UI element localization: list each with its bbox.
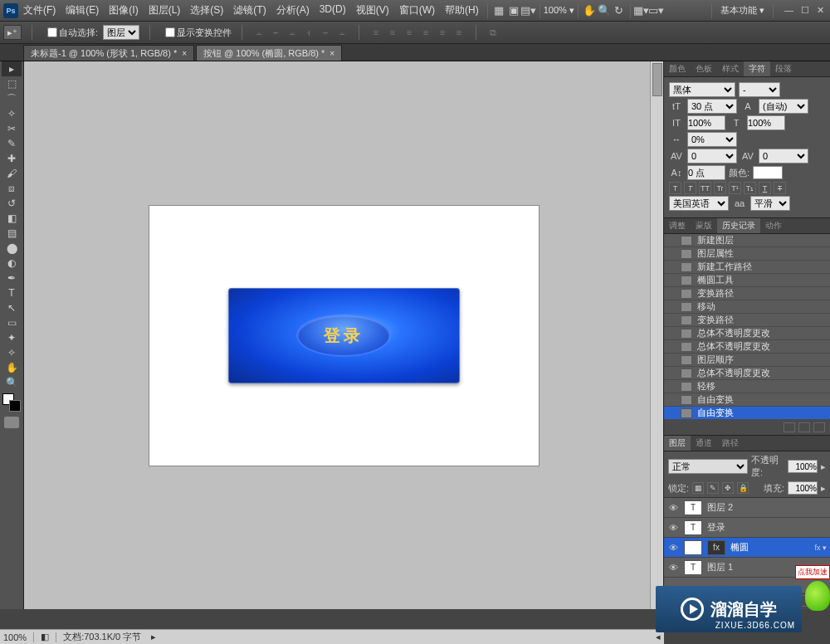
gradient-tool[interactable]: ▤ (2, 226, 22, 241)
workspace-switch[interactable]: 基本功能 ▾ (720, 4, 764, 17)
history-list[interactable]: 新建图层图层属性新建工作路径椭圆工具变换路径移动变换路径总体不透明度更改总体不透… (664, 234, 830, 420)
tab-paragraph[interactable]: 段落 (770, 61, 797, 76)
new-snapshot-icon[interactable] (784, 422, 795, 432)
show-transform-controls[interactable]: 显示变换控件 (165, 27, 232, 39)
status-zoom[interactable]: 100% (3, 632, 27, 642)
fill-input[interactable] (788, 481, 818, 495)
history-item[interactable]: 新建图层 (664, 234, 830, 247)
font-size[interactable]: 30 点 (687, 99, 737, 114)
move-tool[interactable]: ▸ (2, 61, 22, 76)
eyedropper-tool[interactable]: ✎ (2, 136, 22, 151)
layer-row[interactable]: 👁T登录 (664, 518, 830, 538)
layer-row[interactable]: 👁T图层 2 (664, 498, 830, 518)
screenmode-icon[interactable]: ▭▾ (649, 3, 664, 18)
brush-tool[interactable]: 🖌 (2, 166, 22, 181)
lock-paint[interactable]: ✎ (707, 482, 719, 494)
history-item[interactable]: 椭圆工具 (664, 274, 830, 287)
menu-view[interactable]: 视图(V) (351, 3, 394, 17)
history-item[interactable]: 变换路径 (664, 314, 830, 327)
visibility-icon[interactable]: 👁 (667, 563, 679, 573)
close-icon[interactable]: ✕ (814, 5, 827, 15)
font-style[interactable]: - (739, 82, 780, 97)
tab-character[interactable]: 字符 (744, 61, 770, 76)
hand-tool[interactable]: ✋ (2, 360, 22, 375)
heal-tool[interactable]: ✚ (2, 151, 22, 166)
history-item[interactable]: 总体不透明度更改 (664, 367, 830, 380)
hscroll-left-icon[interactable]: ◂ (656, 632, 661, 642)
history-item[interactable]: 自由变换 (664, 393, 830, 407)
quickmask-icon[interactable] (4, 417, 19, 428)
viewextra-icon[interactable]: ▤▾ (521, 3, 536, 18)
crop-tool[interactable]: ✂ (2, 121, 22, 136)
leading[interactable]: (自动) (759, 99, 808, 114)
vertical-scrollbar[interactable] (650, 61, 663, 609)
eraser-tool[interactable]: ◧ (2, 211, 22, 226)
auto-select-target[interactable]: 图层 (103, 25, 139, 40)
minimize-icon[interactable]: — (782, 5, 796, 15)
mascot-badge[interactable]: 点我加速 (795, 565, 830, 579)
visibility-icon[interactable]: 👁 (667, 523, 679, 533)
menu-image[interactable]: 图像(I) (104, 3, 143, 17)
tracking[interactable]: 0% (687, 132, 737, 147)
blend-mode[interactable]: 正常 (668, 459, 748, 474)
tab-color[interactable]: 颜色 (664, 61, 691, 76)
history-item[interactable]: 总体不透明度更改 (664, 340, 830, 354)
antialias[interactable]: 平滑 (750, 196, 790, 211)
tab-close-icon[interactable]: × (182, 49, 187, 58)
doc-tab-2[interactable]: 按钮 @ 100% (椭圆, RGB/8) *× (196, 45, 342, 61)
hand-icon[interactable]: ✋ (582, 3, 597, 18)
marquee-tool[interactable]: ⬚ (2, 76, 22, 91)
type-tool[interactable]: T (2, 285, 22, 300)
menu-analysis[interactable]: 分析(A) (271, 3, 315, 17)
stamp-tool[interactable]: ⧇ (2, 181, 22, 196)
maximize-icon[interactable]: ☐ (798, 5, 812, 15)
wand-tool[interactable]: ✧ (2, 106, 22, 121)
tab-styles[interactable]: 样式 (717, 61, 744, 76)
history-item[interactable]: 轻移 (664, 380, 830, 393)
history-item[interactable]: 自由变换 (664, 407, 830, 420)
menu-layer[interactable]: 图层(L) (144, 3, 186, 17)
menu-edit[interactable]: 编辑(E) (61, 3, 104, 17)
menu-window[interactable]: 窗口(W) (394, 3, 440, 17)
new-doc-icon[interactable] (798, 422, 810, 432)
menu-help[interactable]: 帮助(H) (440, 3, 484, 17)
arrange-icon[interactable]: ▦▾ (634, 3, 649, 18)
shape-tool[interactable]: ▭ (2, 315, 22, 330)
status-arrow-icon[interactable]: ▸ (151, 632, 156, 642)
font-family[interactable]: 黑体 (669, 82, 735, 97)
minibridge-icon[interactable]: ▣ (506, 3, 521, 18)
tab-swatches[interactable]: 色板 (691, 61, 717, 76)
history-item[interactable]: 新建工作路径 (664, 261, 830, 274)
tab-close-icon[interactable]: × (330, 49, 334, 58)
canvas-area[interactable]: 登录 (24, 61, 663, 609)
history-item[interactable]: 图层顺序 (664, 354, 830, 367)
3d-tool[interactable]: ✦ (2, 330, 22, 345)
bridge-icon[interactable]: ▦ (491, 3, 506, 18)
zoom-level[interactable]: 100% ▾ (544, 5, 574, 16)
menu-filter[interactable]: 滤镜(T) (228, 3, 271, 17)
kerning[interactable]: 0 (687, 149, 737, 163)
lock-all[interactable]: 🔒 (737, 482, 749, 494)
menu-select[interactable]: 选择(S) (185, 3, 228, 17)
lock-position[interactable]: ✥ (722, 482, 734, 494)
lock-transparency[interactable]: ▦ (692, 482, 704, 494)
zoom-tool[interactable]: 🔍 (2, 375, 22, 390)
menu-file[interactable]: 文件(F) (18, 3, 61, 17)
language[interactable]: 美国英语 (669, 196, 729, 211)
blur-tool[interactable]: ⬤ (2, 241, 22, 256)
tab-layers[interactable]: 图层 (664, 436, 691, 451)
vscale[interactable] (687, 115, 725, 130)
3d-camera-tool[interactable]: ✧ (2, 345, 22, 360)
kerning2[interactable]: 0 (759, 149, 808, 163)
layer-row[interactable]: 👁fx椭圆fx ▾ (664, 538, 830, 558)
move-tool-icon[interactable]: ▸⁺ (3, 25, 22, 40)
trash-icon[interactable] (813, 422, 825, 432)
status-icon[interactable]: ◧ (41, 632, 49, 642)
history-item[interactable]: 总体不透明度更改 (664, 327, 830, 340)
pen-tool[interactable]: ✒ (2, 271, 22, 285)
lasso-tool[interactable]: ⌒ (2, 91, 22, 106)
hscale[interactable] (747, 115, 785, 130)
history-item[interactable]: 移动 (664, 300, 830, 314)
baseline-shift[interactable] (687, 165, 725, 180)
history-brush-tool[interactable]: ↺ (2, 196, 22, 211)
